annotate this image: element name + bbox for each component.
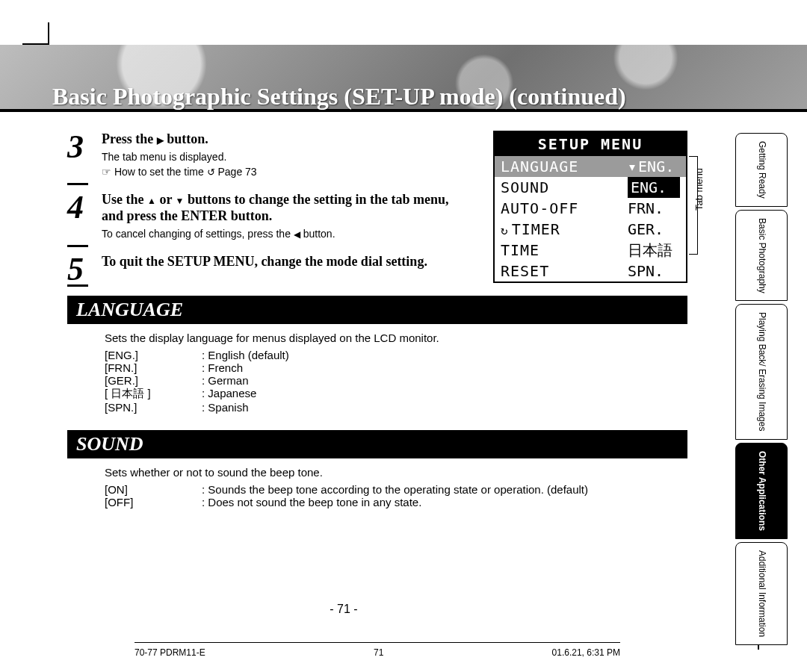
right-triangle-icon bbox=[157, 131, 164, 146]
page-number: - 71 - bbox=[67, 603, 620, 616]
footer: 70-77 PDRM11-E 71 01.6.21, 6:31 PM bbox=[134, 642, 620, 658]
language-row-2: [GER.]: German bbox=[105, 374, 687, 387]
language-table: [ENG.]: English (default)[FRN.]: French[… bbox=[105, 349, 687, 414]
language-row-0: [ENG.]: English (default) bbox=[105, 349, 687, 361]
screen-row-left: AUTO-OFF bbox=[501, 198, 628, 219]
sound-desc: : Does not sound the beep tone in any st… bbox=[202, 496, 421, 508]
screen-row-1: SOUNDENG. bbox=[495, 177, 686, 198]
language-code: [FRN.] bbox=[105, 361, 202, 374]
down-triangle-icon bbox=[176, 192, 185, 207]
text: To cancel changing of settings, press th… bbox=[102, 228, 294, 240]
screen-row-5: RESETSPN. bbox=[495, 261, 686, 281]
screen-title: SETUP MENU bbox=[495, 132, 686, 156]
screen-row-left: TIMER bbox=[501, 219, 628, 240]
sound-code: [OFF] bbox=[105, 496, 202, 508]
text: Use the bbox=[102, 192, 147, 207]
screen-rows: LANGUAGEENG.SOUNDENG.AUTO-OFFFRN.TIMERGE… bbox=[495, 156, 686, 281]
language-code: [SPN.] bbox=[105, 401, 202, 414]
text: Press the bbox=[102, 131, 157, 146]
crop-mark-tl bbox=[22, 22, 49, 45]
page-title: Basic Photographic Settings (SET-UP mode… bbox=[52, 83, 717, 111]
screen-row-right: GER. bbox=[628, 219, 680, 240]
text: or bbox=[156, 192, 176, 207]
language-intro: Sets the display language for menus disp… bbox=[105, 332, 687, 344]
screen-row-right: SPN. bbox=[628, 261, 680, 281]
sound-table: [ON]: Sounds the beep tone according to … bbox=[105, 483, 687, 508]
screen-row-right: 日本語 bbox=[628, 240, 680, 261]
footer-center: 71 bbox=[374, 647, 383, 658]
step-3: 3 Press the button. The tab menu is disp… bbox=[67, 131, 471, 178]
step-4: 4 Use the or buttons to change the setti… bbox=[67, 191, 471, 240]
screen-row-4: TIME日本語 bbox=[495, 240, 686, 261]
text: button. bbox=[164, 131, 208, 146]
step-4-heading: Use the or buttons to change the setting… bbox=[102, 191, 471, 225]
screen-row-right: ENG. bbox=[628, 177, 680, 198]
tab-menu-label: Tab menu bbox=[693, 168, 705, 211]
screen-row-0: LANGUAGEENG. bbox=[495, 156, 686, 177]
setup-menu-screen: SETUP MENU LANGUAGEENG.SOUNDENG.AUTO-OFF… bbox=[493, 131, 687, 283]
language-row-1: [FRN.]: French bbox=[105, 361, 687, 374]
up-triangle-icon bbox=[147, 192, 156, 207]
text: button. bbox=[300, 228, 336, 240]
screen-row-left: LANGUAGE bbox=[501, 156, 628, 177]
screen-row-right: ENG. bbox=[628, 156, 680, 177]
step-number-3: 3 bbox=[67, 134, 93, 181]
side-tab-0: Getting Ready bbox=[735, 133, 788, 207]
header-banner: Basic Photographic Settings (SET-UP mode… bbox=[0, 45, 807, 112]
language-desc: : French bbox=[202, 361, 243, 374]
language-desc: : German bbox=[202, 374, 249, 387]
language-code: [ 日本語 ] bbox=[105, 387, 202, 401]
sound-intro: Sets whether or not to sound the beep to… bbox=[105, 466, 687, 479]
text: Page 73 bbox=[215, 166, 257, 178]
language-code: [GER.] bbox=[105, 374, 202, 387]
sound-row-1: [OFF]: Does not sound the beep tone in a… bbox=[105, 496, 687, 508]
screen-row-right: FRN. bbox=[628, 198, 680, 219]
hand-icon bbox=[102, 166, 111, 178]
step-number-5: 5 bbox=[67, 256, 93, 282]
language-row-4: [SPN.]: Spanish bbox=[105, 401, 687, 414]
section-sound-title: SOUND bbox=[67, 430, 687, 458]
section-language-body: Sets the display language for menus disp… bbox=[105, 332, 687, 414]
side-tab-3: Other Applications bbox=[735, 443, 788, 539]
language-desc: : Spanish bbox=[202, 401, 249, 414]
cycle-icon bbox=[207, 166, 215, 178]
side-tab-4: Additional Information bbox=[735, 542, 788, 645]
step-4-sub: To cancel changing of settings, press th… bbox=[102, 228, 471, 240]
footer-right: 01.6.21, 6:31 PM bbox=[552, 647, 620, 658]
left-triangle-icon bbox=[294, 228, 300, 240]
side-tab-2: Playing Back/ Erasing Images bbox=[735, 304, 788, 439]
screen-row-left: RESET bbox=[501, 261, 628, 281]
section-sound-body: Sets whether or not to sound the beep to… bbox=[105, 466, 687, 508]
language-desc: : English (default) bbox=[202, 349, 289, 361]
footer-left: 70-77 PDRM11-E bbox=[134, 647, 205, 658]
text: How to set the time bbox=[111, 166, 207, 178]
screen-row-3: TIMERGER. bbox=[495, 219, 686, 240]
main-content: SETUP MENU LANGUAGEENG.SOUNDENG.AUTO-OFF… bbox=[67, 131, 710, 508]
step-3-sub1: The tab menu is displayed. bbox=[102, 151, 471, 163]
language-row-3: [ 日本語 ]: Japanese bbox=[105, 387, 687, 401]
language-code: [ENG.] bbox=[105, 349, 202, 361]
screen-row-left: TIME bbox=[501, 240, 628, 261]
step-3-sub2: How to set the time Page 73 bbox=[102, 166, 471, 178]
step-3-heading: Press the button. bbox=[102, 131, 471, 148]
sound-row-0: [ON]: Sounds the beep tone according to … bbox=[105, 483, 687, 496]
screen-row-2: AUTO-OFFFRN. bbox=[495, 198, 686, 219]
sound-code: [ON] bbox=[105, 483, 202, 496]
language-desc: : Japanese bbox=[202, 387, 256, 401]
section-language-title: LANGUAGE bbox=[67, 296, 687, 324]
sound-desc: : Sounds the beep tone according to the … bbox=[202, 483, 588, 496]
screen-row-left: SOUND bbox=[501, 177, 628, 198]
step-number-4: 4 bbox=[67, 194, 93, 243]
side-tab-1: Basic Photography bbox=[735, 210, 788, 302]
side-tabs: Getting ReadyBasic PhotographyPlaying Ba… bbox=[735, 133, 788, 645]
